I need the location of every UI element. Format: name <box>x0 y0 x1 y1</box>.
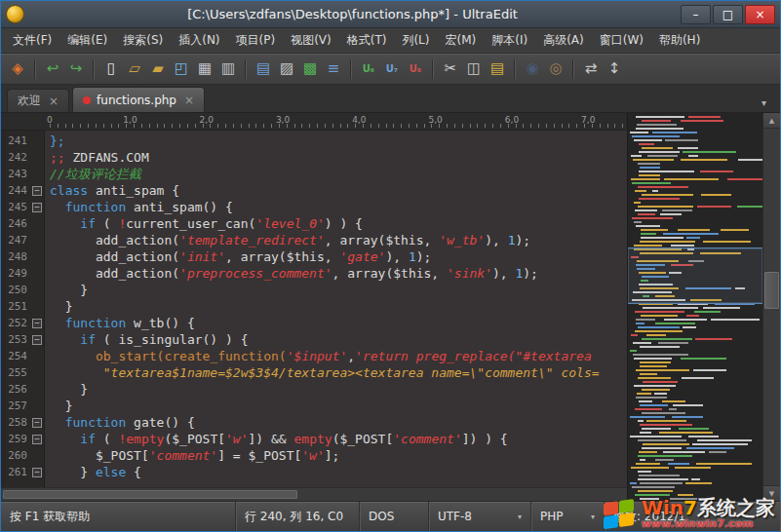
tag-list-icon[interactable]: ▨ <box>276 58 297 80</box>
fold-toggle-icon[interactable]: – <box>32 203 42 212</box>
line-number: 255 <box>1 364 29 381</box>
encoding-u8-icon[interactable]: U₈ <box>405 58 426 80</box>
code-line[interactable]: 255 "textarea$1name=$2w$3$4/textarea><te… <box>1 364 627 381</box>
code-line[interactable]: 246 if ( !current_user_can('level_0') ) … <box>1 215 627 232</box>
code-line[interactable]: 259– if ( !empty($_POST['w']) && empty($… <box>1 431 627 447</box>
scroll-up-icon[interactable]: ▲ <box>763 113 780 129</box>
status-syntax[interactable]: PHP ▾ <box>531 502 605 531</box>
menu-item[interactable]: 窗口(W) <box>592 28 651 53</box>
vertical-scroll-thumb[interactable] <box>764 272 779 309</box>
new-file-icon[interactable]: ▯ <box>100 58 122 80</box>
encoding-u6-icon[interactable]: U₆ <box>358 58 379 80</box>
word-wrap-icon[interactable]: ≡ <box>323 58 344 80</box>
fold-toggle-icon[interactable]: – <box>32 319 42 328</box>
line-number: 257 <box>1 398 29 414</box>
chevron-down-icon[interactable]: ▾ <box>508 513 522 521</box>
replace-icon[interactable]: ◎ <box>545 58 566 80</box>
fold-column[interactable]: – <box>29 414 44 431</box>
menu-item[interactable]: 编辑(E) <box>59 28 115 53</box>
horizontal-scrollbar[interactable] <box>1 487 627 501</box>
code-line[interactable]: 245– function anti_spam() { <box>1 199 627 215</box>
code-line[interactable]: 244–class anti_spam { <box>1 182 627 199</box>
fold-column[interactable]: – <box>29 182 44 199</box>
code-text: if ( !empty($_POST['w']) && empty($_POST… <box>44 431 627 447</box>
fold-toggle-icon[interactable]: – <box>32 335 42 345</box>
vertical-scrollbar[interactable]: ▲ ▼ <box>762 113 780 501</box>
maximize-button[interactable]: □ <box>713 5 743 24</box>
tab-close-icon[interactable]: × <box>184 94 194 107</box>
fold-toggle-icon[interactable]: – <box>32 435 42 444</box>
status-encoding[interactable]: UTF-8 ▾ <box>429 502 531 531</box>
column-mode-icon[interactable]: ▩ <box>299 58 321 80</box>
line-number: 249 <box>1 265 29 282</box>
fold-toggle-icon[interactable]: – <box>32 418 42 428</box>
print-preview-icon[interactable]: ▥ <box>217 58 239 80</box>
forward-icon[interactable]: ↪ <box>65 58 87 80</box>
code-line[interactable]: 258– function gate() { <box>1 414 627 431</box>
ruler-label: 5,0 <box>429 115 443 125</box>
function-list-icon[interactable]: ▤ <box>253 58 274 80</box>
code-line[interactable]: 251 } <box>1 298 627 315</box>
menu-item[interactable]: 帮助(H) <box>651 28 708 53</box>
fold-column[interactable]: – <box>29 464 44 480</box>
menu-item[interactable]: 视图(V) <box>283 28 339 53</box>
fold-toggle-icon[interactable]: – <box>32 186 42 196</box>
fold-toggle-icon[interactable]: – <box>32 468 42 477</box>
chevron-down-icon[interactable]: ▾ <box>581 513 595 521</box>
paste-icon[interactable]: ▤ <box>487 58 508 80</box>
menu-item[interactable]: 插入(N) <box>171 28 227 53</box>
back-icon[interactable]: ↩ <box>42 58 63 80</box>
status-line-ending[interactable]: DOS <box>360 502 429 531</box>
code-line[interactable]: 260 $_POST['comment'] = $_POST['w']; <box>1 447 627 464</box>
ruler-label: 0 <box>47 115 53 125</box>
code-editor[interactable]: 241};242;; ZDFANS.COM243//垃圾评论拦截244–clas… <box>1 131 627 487</box>
code-line[interactable]: 261– } else { <box>1 464 627 480</box>
code-line[interactable]: 243//垃圾评论拦截 <box>1 166 627 182</box>
code-line[interactable]: 253– if ( is_singular() ) { <box>1 331 627 348</box>
code-line[interactable]: 250 } <box>1 282 627 298</box>
line-number: 243 <box>1 166 29 182</box>
menu-item[interactable]: 脚本(I) <box>484 28 535 53</box>
fold-column[interactable]: – <box>29 315 44 331</box>
code-line[interactable]: 249 add_action('preprocess_comment', arr… <box>1 265 627 282</box>
copy-icon[interactable]: ◫ <box>463 58 485 80</box>
save-icon[interactable]: ◰ <box>171 58 192 80</box>
code-line[interactable]: 257 } <box>1 398 627 414</box>
print-icon[interactable]: ▦ <box>194 58 215 80</box>
encoding-u7-icon[interactable]: U₇ <box>381 58 403 80</box>
tab--[interactable]: 欢迎× <box>7 89 69 112</box>
fold-column[interactable]: – <box>29 331 44 348</box>
menu-item[interactable]: 项目(P) <box>228 28 284 53</box>
sort-icon[interactable]: ↕ <box>604 58 625 80</box>
tab-list-dropdown-icon[interactable]: ▾ <box>754 97 774 112</box>
find-icon[interactable]: ◉ <box>522 58 543 80</box>
tab-close-icon[interactable]: × <box>49 95 59 108</box>
code-line[interactable]: 252– function w_tb() { <box>1 315 627 331</box>
code-line[interactable]: 248 add_action('init', array($this, 'gat… <box>1 248 627 265</box>
minimap-viewport[interactable] <box>628 247 762 304</box>
title-bar[interactable]: [C:\Users\zdfans\Desktop\functions.php*]… <box>1 1 780 28</box>
quick-open-icon[interactable]: ▰ <box>147 58 169 80</box>
menu-item[interactable]: 格式(T) <box>339 28 395 53</box>
minimize-button[interactable]: – <box>681 5 711 24</box>
open-file-icon[interactable]: ▱ <box>124 58 145 80</box>
code-line[interactable]: 256 } <box>1 381 627 398</box>
code-line[interactable]: 254 ob_start(create_function('$input','r… <box>1 348 627 364</box>
menu-item[interactable]: 列(L) <box>394 28 437 53</box>
fold-column[interactable]: – <box>29 431 44 447</box>
fold-column[interactable]: – <box>29 199 44 215</box>
menu-item[interactable]: 文件(F) <box>5 28 59 53</box>
code-line[interactable]: 241}; <box>1 133 627 149</box>
code-line[interactable]: 242;; ZDFANS.COM <box>1 149 627 166</box>
horizontal-scroll-thumb[interactable] <box>3 490 297 499</box>
minimap[interactable] <box>627 113 762 501</box>
tab-functions-php[interactable]: functions.php× <box>72 87 205 112</box>
menu-item[interactable]: 高级(A) <box>535 28 592 53</box>
menu-item[interactable]: 宏(M) <box>438 28 485 53</box>
compare-icon[interactable]: ⇄ <box>580 58 602 80</box>
cut-icon[interactable]: ✂ <box>440 58 461 80</box>
code-line[interactable]: 247 add_action('template_redirect', arra… <box>1 232 627 248</box>
session-icon[interactable]: ◈ <box>7 58 28 80</box>
close-button[interactable]: × <box>745 5 775 24</box>
menu-item[interactable]: 搜索(S) <box>115 28 171 53</box>
